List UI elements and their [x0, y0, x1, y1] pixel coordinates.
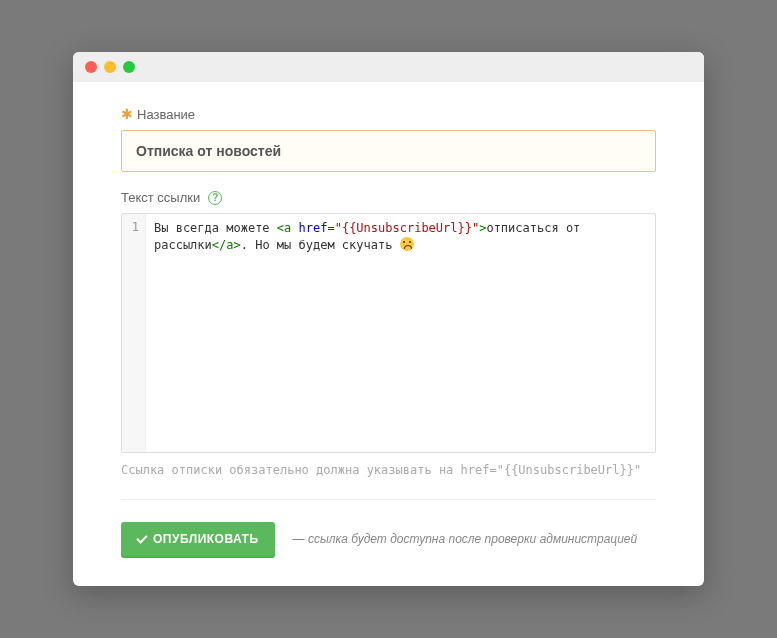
required-asterisk-icon: ✱	[121, 106, 133, 122]
modal-content: ✱ Название Текст ссылки ? 1 Вы всегда мо…	[73, 82, 704, 586]
link-text-field-group: Текст ссылки ? 1 Вы всегда можете <a hre…	[121, 190, 656, 477]
hint-text: Ссылка отписки обязательно должна указыв…	[121, 463, 656, 477]
code-gutter: 1	[122, 214, 146, 452]
minimize-icon[interactable]	[104, 61, 116, 73]
title-label-text: Название	[137, 107, 195, 122]
hint-snippet: href="{{UnsubscribeUrl}}"	[461, 463, 642, 477]
code-editor[interactable]: 1 Вы всегда можете <a href="{{Unsubscrib…	[121, 213, 656, 453]
code-text-plain: Вы всегда можете	[154, 221, 277, 235]
link-text-label: Текст ссылки ?	[121, 190, 656, 205]
divider	[121, 499, 656, 500]
title-input[interactable]	[121, 130, 656, 172]
footer-note: — ссылка будет доступна после проверки а…	[293, 532, 638, 546]
publish-button[interactable]: ОПУБЛИКОВАТЬ	[121, 522, 275, 556]
code-token-tag: <a	[277, 221, 291, 235]
help-icon[interactable]: ?	[208, 191, 222, 205]
code-token-string: "{{UnsubscribeUrl}}"	[335, 221, 480, 235]
code-text-plain: . Но мы будем скучать	[241, 238, 400, 252]
code-area[interactable]: Вы всегда можете <a href="{{UnsubscribeU…	[146, 214, 655, 452]
hint-prefix: Ссылка отписки обязательно должна указыв…	[121, 463, 461, 477]
maximize-icon[interactable]	[123, 61, 135, 73]
window-titlebar	[73, 52, 704, 82]
link-text-label-text: Текст ссылки	[121, 190, 200, 205]
check-icon	[136, 532, 147, 543]
code-token-tag: </a>	[212, 238, 241, 252]
close-icon[interactable]	[85, 61, 97, 73]
sad-emoji-icon	[400, 237, 414, 251]
code-token-attr: href	[299, 221, 328, 235]
modal-window: ✱ Название Текст ссылки ? 1 Вы всегда мо…	[73, 52, 704, 586]
title-label: ✱ Название	[121, 106, 656, 122]
footer: ОПУБЛИКОВАТЬ — ссылка будет доступна пос…	[121, 522, 656, 556]
title-field-group: ✱ Название	[121, 106, 656, 172]
line-number: 1	[122, 220, 139, 234]
publish-button-label: ОПУБЛИКОВАТЬ	[153, 532, 259, 546]
